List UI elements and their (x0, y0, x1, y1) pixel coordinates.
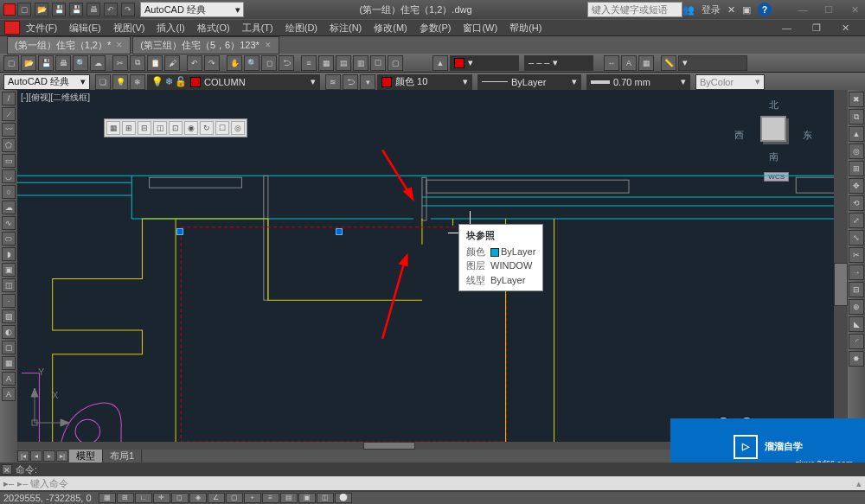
region-icon[interactable]: ▢ (2, 341, 16, 354)
open-icon[interactable]: 📂 (21, 55, 36, 71)
ellipsearc-icon[interactable]: ◗ (2, 247, 16, 261)
sheetset-icon[interactable]: ▥ (353, 55, 368, 71)
sc-toggle[interactable]: ◫ (317, 493, 334, 503)
menu-tools[interactable]: 工具(T) (242, 22, 273, 35)
color-dropdown[interactable]: 颜色 10▾ (377, 74, 472, 90)
workspace-dropdown[interactable]: AutoCAD 经典 ▾ (140, 2, 244, 17)
line-icon[interactable]: / (2, 92, 16, 105)
polar-toggle[interactable]: ✛ (153, 493, 170, 503)
grip-handle[interactable] (176, 228, 183, 235)
close-icon[interactable]: ✕ (265, 41, 272, 49)
tab-first-icon[interactable]: |◂ (17, 450, 29, 462)
preview-icon[interactable]: 🔍 (73, 55, 88, 71)
quickcalc-icon[interactable]: ▢ (388, 55, 403, 71)
block-color-dd[interactable]: ▾ (450, 55, 519, 71)
menu-draw[interactable]: 绘图(D) (285, 22, 317, 35)
mtext-icon[interactable]: A (621, 55, 637, 71)
copy2-icon[interactable]: ⧉ (849, 109, 864, 124)
designcenter-icon[interactable]: ▦ (318, 55, 334, 71)
a360-icon[interactable]: ▣ (742, 4, 751, 16)
qat-new-icon[interactable]: ▢ (17, 3, 31, 16)
layer-prev-icon[interactable]: ⮌ (343, 74, 358, 90)
point-icon[interactable]: · (2, 294, 16, 308)
snap-toggle[interactable]: ▦ (99, 493, 116, 503)
pan-icon[interactable]: ✋ (227, 55, 242, 71)
explode-icon[interactable]: ✸ (849, 351, 864, 367)
zoom-icon[interactable]: 🔍 (244, 55, 260, 71)
gradient-icon[interactable]: ◐ (2, 325, 16, 339)
layer-state-icon[interactable]: ▾ (360, 74, 375, 90)
doc-close-button[interactable]: ✕ (842, 22, 849, 34)
offset-icon[interactable]: ◎ (849, 144, 864, 159)
table-icon[interactable]: ▦ (638, 55, 654, 71)
drawing-canvas[interactable]: [-][俯视][二维线框] ▦ ⊞ ⊟ ◫ ⊡ ◉ ↻ ☐ ◎ 北 南 西 东 … (17, 90, 834, 442)
ucs-icon[interactable]: Y X (26, 388, 69, 433)
mirror2-icon[interactable]: ▲ (849, 126, 864, 142)
qat-undo-icon[interactable]: ↶ (104, 3, 118, 16)
zoom-window-icon[interactable]: ◻ (261, 55, 277, 71)
pline-icon[interactable]: 〰 (2, 123, 16, 137)
style-dd[interactable]: ▾ (678, 55, 747, 71)
qat-open-icon[interactable]: 📂 (35, 3, 48, 16)
erase-icon[interactable]: ✖ (849, 92, 864, 107)
zoom-prev-icon[interactable]: ⮌ (279, 55, 294, 71)
print-icon[interactable]: 🖶 (55, 55, 71, 71)
maximize-button[interactable]: ☐ (822, 4, 836, 16)
ducs-toggle[interactable]: ▢ (226, 493, 243, 503)
layer-dropdown[interactable]: 💡❄🔓 COLUMN ▾ (147, 74, 320, 90)
layer-match-icon[interactable]: ≋ (325, 74, 341, 90)
layer-freeze-icon[interactable]: ❄ (130, 74, 145, 90)
break-icon[interactable]: ⊟ (849, 282, 864, 297)
array-icon[interactable]: ⊞ (849, 161, 864, 176)
dyn-toggle[interactable]: + (244, 493, 261, 503)
fillet-icon[interactable]: ◜ (849, 334, 864, 349)
lwt-toggle[interactable]: ≡ (262, 493, 279, 503)
scale-icon[interactable]: ⤢ (849, 213, 864, 228)
grid-toggle[interactable]: ⊞ (117, 493, 134, 503)
new-icon[interactable]: ▢ (3, 55, 19, 71)
otrack-toggle[interactable]: ∠ (208, 493, 225, 503)
search-input[interactable] (587, 2, 682, 17)
qat-print-icon[interactable]: 🖶 (86, 3, 100, 16)
people-icon[interactable]: 👥 (682, 4, 695, 16)
xline-icon[interactable]: ⟋ (2, 107, 16, 121)
menu-help[interactable]: 帮助(H) (509, 22, 541, 35)
minimize-button[interactable]: — (796, 4, 810, 16)
qat-redo-icon[interactable]: ↷ (121, 3, 135, 16)
app-menu-button[interactable] (4, 21, 20, 35)
revcloud-icon[interactable]: ☁ (2, 201, 16, 214)
osnap-toggle[interactable]: ◻ (171, 493, 189, 503)
tpy-toggle[interactable]: ▤ (280, 493, 298, 503)
scroll-thumb[interactable] (363, 442, 415, 450)
cut-icon[interactable]: ✂ (112, 55, 128, 71)
command-window[interactable]: ✕ 命令: ▸– ▸– 键入命令 ▴ (0, 463, 865, 492)
measure-icon[interactable]: 📏 (661, 55, 676, 71)
menu-format[interactable]: 格式(O) (197, 22, 230, 35)
menu-file[interactable]: 文件(F) (26, 22, 57, 35)
linetype-sample-dd[interactable]: – – – ▾ (524, 55, 593, 71)
ortho-toggle[interactable]: ∟ (135, 493, 152, 503)
lineweight-dropdown[interactable]: 0.70 mm▾ (586, 74, 690, 90)
doc-minimize-button[interactable]: — (782, 22, 791, 34)
polygon-icon[interactable]: ⬠ (2, 138, 16, 152)
match-icon[interactable]: 🖌 (164, 55, 180, 71)
am-toggle[interactable]: ⚪ (335, 493, 352, 503)
plotstyle-dropdown[interactable]: ByColor▾ (695, 74, 765, 90)
properties-icon[interactable]: ≡ (301, 55, 317, 71)
addsel-icon[interactable]: A (2, 387, 16, 401)
mtext-draw-icon[interactable]: A (2, 372, 16, 386)
markup-icon[interactable]: ☐ (370, 55, 386, 71)
trim-icon[interactable]: ✂ (849, 247, 864, 263)
grip-handle[interactable] (336, 228, 343, 235)
close-button[interactable]: ✕ (848, 4, 862, 16)
extend-icon[interactable]: → (849, 265, 864, 280)
move-icon[interactable]: ✥ (849, 178, 864, 194)
redo-icon[interactable]: ↷ (204, 55, 220, 71)
app-logo-icon[interactable] (3, 3, 16, 16)
login-link[interactable]: 登录 (702, 3, 721, 16)
qat-save-icon[interactable]: 💾 (52, 3, 66, 16)
exchange-icon[interactable]: ✕ (727, 4, 735, 16)
help-icon[interactable]: ? (758, 3, 772, 16)
block-icon[interactable]: ◫ (2, 278, 16, 292)
join-icon[interactable]: ⊕ (849, 299, 864, 315)
